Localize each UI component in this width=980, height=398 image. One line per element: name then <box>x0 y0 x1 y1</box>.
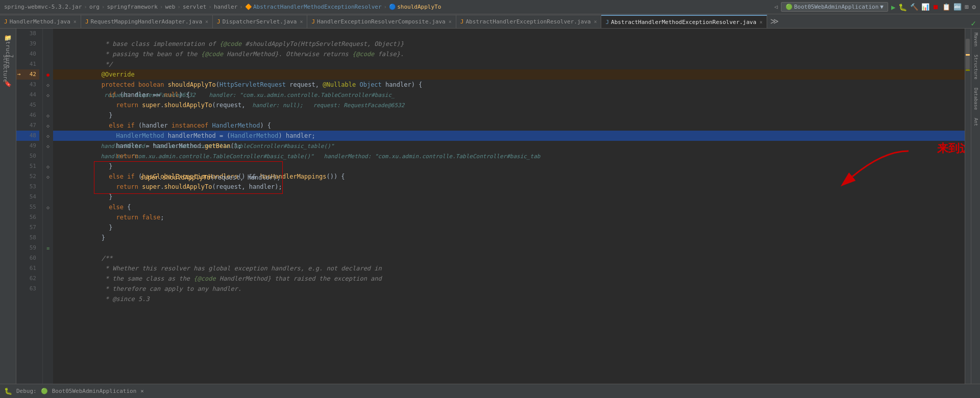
gutter-49: ◇ <box>43 141 53 151</box>
scroll-error-marker <box>966 54 970 56</box>
top-bar: spring-webmvc-5.3.2.jar › org › springfr… <box>0 0 980 14</box>
line-num-52: 52 <box>16 171 39 182</box>
code-line-42: protected boolean shouldApplyTo(HttpServ… <box>53 69 965 80</box>
line-num-42: → 42 <box>16 69 39 80</box>
tab-java-icon: J <box>460 18 464 25</box>
sidebar-ant[interactable]: Ant <box>972 116 979 128</box>
sidebar-database[interactable]: Database <box>972 86 979 112</box>
settings-button[interactable]: ⚙ <box>972 3 976 11</box>
gutter-45 <box>43 100 53 110</box>
breadcrumb: spring-webmvc-5.3.2.jar › org › springfr… <box>4 4 441 10</box>
tab-abstracthandlermethodexception[interactable]: J AbstractHandlerMethodExceptionResolver… <box>601 15 767 28</box>
gutter-53 <box>43 182 53 192</box>
stop-button[interactable]: ⏹ <box>933 3 939 11</box>
tab-label: AbstractHandlerExceptionResolver.java <box>465 18 591 25</box>
editor: 38 39 40 41 → 42 43 44 45 46 47 48 49 50… <box>16 29 971 384</box>
line-num-51: 51 <box>16 161 39 171</box>
main-area: 📁 Structure 7 Structure 🔖 38 39 40 41 → … <box>0 29 980 384</box>
exec-arrow-icon: → <box>17 69 21 80</box>
run-config-selector[interactable]: 🟢 Boot05WebAdminApplication ▼ <box>781 2 888 12</box>
run-config-icon: 🟢 <box>786 4 793 10</box>
more-tools-button[interactable]: 📋 <box>942 3 950 11</box>
tab-label: RequestMappingHandlerAdapter.java <box>91 18 203 25</box>
gutter-39 <box>43 39 53 49</box>
gutter-43: ◇ <box>43 80 53 90</box>
left-sidebar: 📁 Structure 7 Structure 🔖 <box>0 29 16 384</box>
gutter-40 <box>43 49 53 59</box>
build-button[interactable]: 🔨 <box>910 3 918 11</box>
code-line-59: /** <box>53 243 965 253</box>
sidebar-item-7z[interactable]: 7 Structure <box>1 61 15 76</box>
tab-close-icon[interactable]: × <box>594 19 597 24</box>
bread-org[interactable]: org <box>89 4 100 10</box>
sidebar-maven[interactable]: Maven <box>972 31 979 48</box>
app-close-icon[interactable]: × <box>140 388 144 394</box>
sidebar-item-bookmarks[interactable]: 🔖 <box>1 77 15 91</box>
gutter-38 <box>43 29 53 39</box>
gutter-59: ≡ <box>43 243 53 253</box>
tab-close-icon[interactable]: × <box>300 19 303 24</box>
code-line-57: } <box>53 222 965 233</box>
line-num-62: 62 <box>16 273 39 284</box>
gutter-63 <box>43 284 53 294</box>
gutter-44: ◇ <box>43 90 53 100</box>
code-line-56: } <box>53 212 965 222</box>
line-num-46: 46 <box>16 110 39 120</box>
line-num-38: 38 <box>16 29 39 39</box>
tab-bar: J HandlerMethod.java × J RequestMappingH… <box>0 14 980 29</box>
translate-button[interactable]: 🔤 <box>953 3 962 11</box>
gutter-61 <box>43 263 53 273</box>
gutter-58 <box>43 233 53 243</box>
tab-close-icon[interactable]: × <box>74 19 77 24</box>
gutter-52: ◇ <box>43 171 53 182</box>
bread-class[interactable]: AbstractHandlerMethodExceptionResolver <box>253 4 382 10</box>
app-status-icon: 🟢 <box>41 388 48 394</box>
line-num-45: 45 <box>16 100 39 110</box>
code-line-41: @Override <box>53 59 965 69</box>
run-button[interactable]: ▶ <box>891 3 895 11</box>
tab-label: AbstractHandlerMethodExceptionResolver.j… <box>611 19 756 26</box>
gutter-46: ◇ <box>43 110 53 120</box>
bread-web[interactable]: web <box>165 4 175 10</box>
dropdown-icon: ▼ <box>880 4 884 10</box>
code-content[interactable]: * base class implementation of {@code #s… <box>53 29 965 384</box>
tab-close-icon[interactable]: × <box>449 19 452 24</box>
tab-dispatcherservlet[interactable]: J DispatcherServlet.java × <box>213 15 307 28</box>
tab-abstracthandlerexception[interactable]: J AbstractHandlerExceptionResolver.java … <box>456 15 602 28</box>
tab-close-active-icon[interactable]: × <box>760 19 763 25</box>
code-area: 38 39 40 41 → 42 43 44 45 46 47 48 49 50… <box>16 29 971 384</box>
app-name-status[interactable]: Boot05WebAdminApplication <box>52 388 137 394</box>
right-scrollbar[interactable] <box>965 29 971 384</box>
gutter-41 <box>43 59 53 69</box>
navigation-back-icon[interactable]: ◁ <box>774 4 778 10</box>
line-num-55: 55 <box>16 202 39 212</box>
tab-java-icon: J <box>311 18 315 25</box>
status-bar: 🐛 Debug: 🟢 Boot05WebAdminApplication × <box>0 384 980 398</box>
code-line-49: return super.shouldApplyTo(request, hand… <box>53 141 965 151</box>
bread-method[interactable]: shouldApplyTo <box>397 4 441 10</box>
line-num-60: 60 <box>16 253 39 263</box>
bookmark-icon: 🔖 <box>4 80 12 87</box>
bread-handler[interactable]: handler <box>214 4 237 10</box>
tab-java-icon: J <box>85 18 89 25</box>
code-line-38: * base class implementation of {@code #s… <box>53 29 965 39</box>
bread-springframework[interactable]: springframework <box>107 4 157 10</box>
coverage-button[interactable]: 📊 <box>921 3 929 11</box>
tab-handlerexceptioncomposite[interactable]: J HandlerExceptionResolverComposite.java… <box>307 15 456 28</box>
gutter-54 <box>43 192 53 202</box>
tab-handlermethod[interactable]: J HandlerMethod.java × <box>0 15 81 28</box>
tab-label: HandlerExceptionResolverComposite.java <box>317 18 446 25</box>
tab-overflow-button[interactable]: ≫ <box>767 16 782 26</box>
layout-button[interactable]: ⊞ <box>965 3 969 11</box>
line-num-49: 49 <box>16 141 39 151</box>
sidebar-structure-right[interactable]: Structure <box>972 53 979 82</box>
debug-label: Debug: <box>16 388 37 394</box>
tab-close-icon[interactable]: × <box>205 19 208 24</box>
tab-requestmapping[interactable]: J RequestMappingHandlerAdapter.java × <box>81 15 213 28</box>
debug-button[interactable]: 🐛 <box>898 3 907 11</box>
tab-java-icon: J <box>4 18 8 25</box>
bread-servlet[interactable]: servlet <box>183 4 206 10</box>
line-num-58: 58 <box>16 233 39 243</box>
gutter-47: ◇ <box>43 120 53 131</box>
bread-jar[interactable]: spring-webmvc-5.3.2.jar <box>4 4 82 10</box>
